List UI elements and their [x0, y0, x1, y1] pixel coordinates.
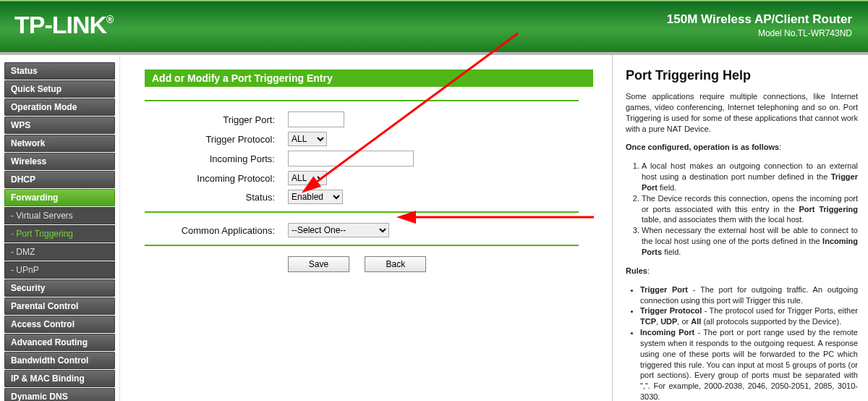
nav-quick-setup[interactable]: Quick Setup	[4, 80, 115, 98]
main-panel: Add or Modify a Port Triggering Entry Tr…	[120, 55, 612, 401]
label-trigger-port: Trigger Port:	[145, 114, 288, 125]
help-title: Port Triggering Help	[626, 68, 858, 83]
rule-trigger-protocol: Trigger Protocol - The protocol used for…	[640, 305, 858, 327]
divider-bottom	[145, 245, 579, 246]
help-once: Once configured, operation is as follows…	[626, 142, 858, 153]
section-heading: Add or Modify a Port Triggering Entry	[145, 69, 593, 87]
nav-dynamic-dns[interactable]: Dynamic DNS	[4, 388, 115, 401]
input-incoming-ports[interactable]	[288, 151, 414, 166]
nav-sub-upnp[interactable]: - UPnP	[4, 261, 115, 279]
brand-text: TP-LINK	[14, 11, 106, 38]
help-rules-heading: Rules:	[626, 266, 858, 277]
nav-bandwidth-control[interactable]: Bandwidth Control	[4, 352, 115, 369]
nav-access-control[interactable]: Access Control	[4, 316, 115, 333]
nav-network[interactable]: Network	[4, 135, 115, 152]
nav-status[interactable]: Status	[4, 62, 115, 80]
help-intro: Some applications require multiple conne…	[626, 91, 858, 134]
nav-wireless[interactable]: Wireless	[4, 153, 115, 170]
product-title: 150M Wireless AP/Client Router	[667, 12, 852, 27]
label-incoming-ports: Incoming Ports:	[145, 153, 288, 164]
help-steps: A local host makes an outgoing connectio…	[626, 161, 858, 258]
help-step-3: When necessary the external host will be…	[642, 225, 858, 258]
help-step-1: A local host makes an outgoing connectio…	[642, 161, 858, 193]
nav-dhcp[interactable]: DHCP	[4, 171, 115, 188]
rule-trigger-port: Trigger Port - The port for outgoing tra…	[640, 284, 858, 306]
back-button[interactable]: Back	[365, 256, 426, 272]
help-rules-list: Trigger Port - The port for outgoing tra…	[626, 284, 858, 401]
label-status: Status:	[145, 192, 288, 203]
help-step-2: The Device records this connection, open…	[642, 193, 858, 226]
label-incoming-protocol: Incoming Protocol:	[145, 173, 288, 184]
nav-security[interactable]: Security	[4, 279, 115, 297]
nav-sub-virtual-servers[interactable]: - Virtual Servers	[4, 207, 115, 224]
rule-incoming-port: Incoming Port - The port or port range u…	[640, 327, 858, 401]
nav-sub-port-triggering[interactable]: - Port Triggering	[4, 225, 115, 242]
save-button[interactable]: Save	[288, 256, 349, 272]
divider-top	[145, 100, 579, 101]
top-banner: TP-LINK® 150M Wireless AP/Client Router …	[0, 0, 868, 55]
input-trigger-port[interactable]	[288, 111, 344, 127]
nav-advanced-routing[interactable]: Advanced Routing	[4, 334, 115, 351]
select-incoming-protocol[interactable]: ALL	[288, 171, 327, 185]
select-trigger-protocol[interactable]: ALL	[288, 132, 327, 146]
divider-mid	[145, 211, 579, 213]
nav-parental-control[interactable]: Parental Control	[4, 297, 115, 315]
nav-wps[interactable]: WPS	[4, 117, 115, 134]
select-common-apps[interactable]: --Select One--	[288, 223, 389, 237]
nav-operation-mode[interactable]: Operation Mode	[4, 98, 115, 116]
help-panel: Port Triggering Help Some applications r…	[612, 55, 868, 401]
model-number: Model No.TL-WR743ND	[667, 28, 852, 38]
nav-forwarding[interactable]: Forwarding	[4, 189, 115, 206]
nav-ip-mac-binding[interactable]: IP & MAC Binding	[4, 370, 115, 387]
label-common-apps: Common Applications:	[145, 225, 288, 236]
brand-logo: TP-LINK®	[14, 11, 113, 39]
select-status[interactable]: Enabled	[288, 190, 343, 204]
nav-sub-dmz[interactable]: - DMZ	[4, 243, 115, 261]
banner-right: 150M Wireless AP/Client Router Model No.…	[667, 12, 852, 38]
sidebar: Status Quick Setup Operation Mode WPS Ne…	[0, 55, 120, 401]
label-trigger-protocol: Trigger Protocol:	[145, 134, 288, 145]
